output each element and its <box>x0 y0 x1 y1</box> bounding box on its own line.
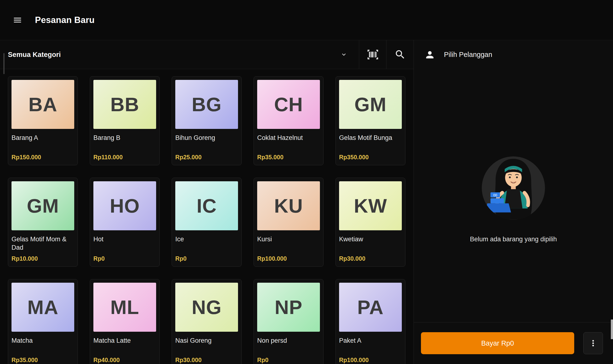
product-initials: GM <box>27 195 59 217</box>
person-icon <box>424 49 435 60</box>
product-price: Rp40.000 <box>93 357 156 364</box>
product-price: Rp10.000 <box>12 255 74 262</box>
product-card[interactable]: BB Barang B Rp110.000 <box>90 76 160 165</box>
product-initials: BB <box>110 93 139 116</box>
product-price: Rp0 <box>257 357 320 364</box>
product-tile: KU <box>257 181 320 230</box>
product-card[interactable]: GM Gelas Motif Bunga Rp350.000 <box>335 76 405 165</box>
product-card[interactable]: ML Matcha Latte Rp40.000 <box>90 279 160 364</box>
toolbar: Semua Kategori <box>0 40 414 69</box>
product-name: Nasi Goreng <box>175 337 238 345</box>
product-initials: KU <box>274 195 303 217</box>
chevron-down-icon <box>340 51 348 58</box>
product-tile: ML <box>93 283 156 332</box>
product-name: Gelas Motif Bunga <box>339 134 402 142</box>
product-name: Matcha <box>12 337 74 345</box>
product-tile: BG <box>175 80 238 129</box>
search-button[interactable] <box>386 40 414 69</box>
product-name: Bihun Goreng <box>175 134 238 142</box>
hamburger-icon <box>13 15 22 25</box>
product-price: Rp100.000 <box>257 255 320 262</box>
search-icon <box>394 49 406 60</box>
product-name: Hot <box>93 235 156 244</box>
product-name: Matcha Latte <box>93 337 156 345</box>
product-initials: BG <box>192 93 222 116</box>
product-card[interactable]: CH Coklat Hazelnut Rp35.000 <box>254 76 323 165</box>
product-initials: IC <box>196 195 217 217</box>
product-card[interactable]: KU Kursi Rp100.000 <box>254 178 323 267</box>
product-tile: KW <box>339 181 402 230</box>
cashier-illustration: 00 <box>474 148 553 227</box>
product-price: Rp350.000 <box>339 154 402 161</box>
product-price: Rp25.000 <box>175 154 238 161</box>
product-initials: PA <box>357 296 384 319</box>
product-card[interactable]: MA Matcha Rp35.000 <box>8 279 78 364</box>
product-initials: BA <box>28 93 57 116</box>
product-card[interactable]: NP Non persd Rp0 <box>254 279 323 364</box>
product-price: Rp0 <box>93 255 156 262</box>
product-tile: HO <box>93 181 156 230</box>
product-card[interactable]: IC Ice Rp0 <box>172 178 242 267</box>
product-tile: GM <box>12 181 74 230</box>
product-price: Rp100.000 <box>339 357 402 364</box>
product-initials: KW <box>354 195 387 217</box>
product-initials: ML <box>110 296 139 319</box>
product-card[interactable]: BG Bihun Goreng Rp25.000 <box>172 76 242 165</box>
product-tile: BB <box>93 80 156 129</box>
product-card[interactable]: NG Nasi Goreng Rp30.000 <box>172 279 242 364</box>
product-initials: NG <box>192 296 222 319</box>
cart-panel: Pilih Pelanggan <box>414 40 613 364</box>
product-name: Kwetiaw <box>339 235 402 244</box>
product-price: Rp0 <box>175 255 238 262</box>
cart-footer: Bayar Rp0 <box>414 322 613 364</box>
category-select[interactable]: Semua Kategori <box>0 40 359 69</box>
product-name: Kursi <box>257 235 320 244</box>
product-card[interactable]: BA Barang A Rp150.000 <box>8 76 78 165</box>
product-name: Coklat Hazelnut <box>257 134 320 142</box>
product-tile: BA <box>12 80 74 129</box>
menu-button[interactable] <box>7 9 28 31</box>
product-initials: MA <box>27 296 58 319</box>
product-tile: IC <box>175 181 238 230</box>
product-initials: NP <box>275 296 302 319</box>
empty-cart-message: Belum ada barang yang dipilih <box>470 235 557 243</box>
product-price: Rp110.000 <box>93 154 156 161</box>
product-name: Barang A <box>12 134 74 142</box>
top-bar: Pesanan Baru <box>0 0 613 40</box>
product-name: Barang B <box>93 134 156 142</box>
product-grid-area: BA Barang A Rp150.000 BB Barang B Rp110.… <box>0 69 414 364</box>
product-card[interactable]: KW Kwetiaw Rp30.000 <box>335 178 405 267</box>
window-scrollbar[interactable] <box>611 320 613 339</box>
product-initials: GM <box>354 93 387 116</box>
product-card[interactable]: PA Paket A Rp100.000 <box>335 279 405 364</box>
customer-select-label: Pilih Pelanggan <box>444 51 492 59</box>
product-price: Rp150.000 <box>12 154 74 161</box>
product-tile: NP <box>257 283 320 332</box>
product-tile: GM <box>339 80 402 129</box>
page-title: Pesanan Baru <box>35 15 95 25</box>
product-price: Rp30.000 <box>339 255 402 262</box>
kebab-menu-icon <box>588 338 598 348</box>
product-card[interactable]: HO Hot Rp0 <box>90 178 160 267</box>
pay-button[interactable]: Bayar Rp0 <box>421 332 574 354</box>
product-name: Gelas Motif Mom & Dad <box>12 235 74 252</box>
product-price: Rp30.000 <box>175 357 238 364</box>
barcode-scan-button[interactable] <box>359 40 386 69</box>
product-price: Rp35.000 <box>257 154 320 161</box>
product-initials: HO <box>110 195 140 217</box>
customer-select[interactable]: Pilih Pelanggan <box>414 40 613 69</box>
category-select-label: Semua Kategori <box>8 51 340 59</box>
empty-cart-state: 00 Belum ada barang yang dipilih <box>414 69 613 322</box>
product-tile: CH <box>257 80 320 129</box>
product-name: Ice <box>175 235 238 244</box>
product-name: Paket A <box>339 337 402 345</box>
product-tile: NG <box>175 283 238 332</box>
product-price: Rp35.000 <box>12 357 74 364</box>
product-initials: CH <box>274 93 303 116</box>
barcode-scan-icon <box>367 49 378 60</box>
product-grid: BA Barang A Rp150.000 BB Barang B Rp110.… <box>8 76 414 364</box>
product-tile: PA <box>339 283 402 332</box>
more-options-button[interactable] <box>583 332 603 354</box>
product-card[interactable]: GM Gelas Motif Mom & Dad Rp10.000 <box>8 178 78 267</box>
product-tile: MA <box>12 283 74 332</box>
